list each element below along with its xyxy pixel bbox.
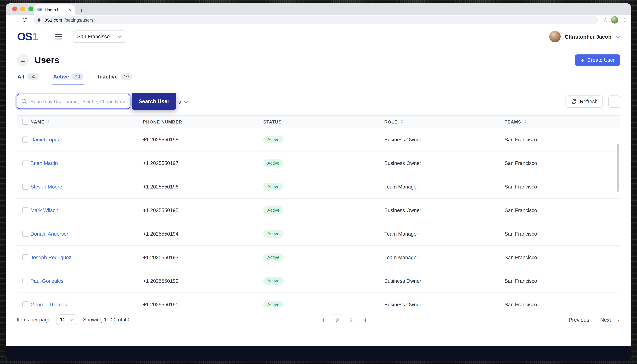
reload-icon[interactable] bbox=[21, 17, 28, 22]
refresh-button[interactable]: Refresh bbox=[566, 96, 603, 108]
table-toolbar: s Search User Refresh ⋯ bbox=[17, 94, 620, 110]
location-selector[interactable]: San Francisco bbox=[73, 30, 126, 43]
page-number-button[interactable]: 1 bbox=[318, 314, 329, 326]
status-tab[interactable]: Active 40 bbox=[52, 73, 84, 84]
user-name-link[interactable]: George Thomas bbox=[30, 302, 67, 307]
browser-menu-icon[interactable]: ⋮ bbox=[622, 17, 627, 23]
sort-icon[interactable] bbox=[400, 119, 404, 124]
user-name-link[interactable]: Brian Martin bbox=[30, 160, 58, 166]
column-header[interactable]: TEAMS bbox=[504, 119, 620, 124]
tab-label: All bbox=[18, 74, 24, 80]
back-button[interactable]: ← bbox=[17, 54, 29, 66]
table-row: Paul Gonzales +1 2025550192 Active Busin… bbox=[17, 270, 620, 293]
phone-cell: +1 2025550196 bbox=[143, 184, 263, 190]
minimize-window-button[interactable] bbox=[20, 6, 25, 12]
table-scrollbar[interactable] bbox=[617, 144, 619, 192]
user-name: Christopher Jacob bbox=[565, 34, 611, 40]
browser-tab[interactable]: OS1 Users List × bbox=[34, 4, 75, 15]
page-number-button[interactable]: 3 bbox=[346, 314, 356, 326]
menu-icon[interactable] bbox=[55, 34, 62, 39]
sort-icon[interactable] bbox=[524, 119, 528, 124]
user-name-link[interactable]: Donald Anderson bbox=[30, 231, 70, 236]
column-header[interactable]: STATUS bbox=[263, 119, 384, 124]
select-all-cell bbox=[17, 118, 30, 125]
column-header[interactable]: NAME bbox=[30, 119, 143, 124]
items-per-page-select[interactable]: 10 bbox=[56, 314, 77, 325]
row-checkbox[interactable] bbox=[22, 184, 28, 190]
user-name-link[interactable]: Steven Moore bbox=[30, 184, 62, 190]
bookmark-star-icon[interactable]: ☆ bbox=[603, 17, 608, 23]
status-cell: Active bbox=[263, 183, 384, 190]
role-cell: Business Owner bbox=[384, 160, 504, 166]
status-badge: Active bbox=[263, 183, 284, 190]
user-menu[interactable]: Christopher Jacob bbox=[549, 31, 620, 42]
status-tab[interactable]: Inactive 10 bbox=[97, 73, 133, 84]
plus-icon: + bbox=[581, 57, 584, 63]
phone-cell: +1 2025550195 bbox=[143, 207, 263, 213]
row-checkbox[interactable] bbox=[22, 278, 28, 284]
tab-close-icon[interactable]: × bbox=[68, 7, 72, 12]
user-name-link[interactable]: Paul Gonzales bbox=[30, 278, 64, 284]
page-number-button[interactable]: 4 bbox=[360, 314, 370, 326]
table-row: Donald Anderson +1 2025550194 Active Tea… bbox=[17, 222, 620, 246]
page-title: Users bbox=[34, 55, 60, 66]
sort-icon[interactable] bbox=[47, 119, 50, 124]
app-content: OS1 San Francisco Christopher Jacob bbox=[6, 25, 631, 361]
new-tab-button[interactable]: + bbox=[80, 7, 83, 13]
role-cell: Team Manager bbox=[384, 254, 504, 260]
row-checkbox-cell bbox=[17, 136, 30, 143]
status-badge: Active bbox=[263, 159, 284, 167]
row-checkbox[interactable] bbox=[22, 207, 28, 213]
role-cell: Business Owner bbox=[384, 302, 504, 307]
search-input[interactable] bbox=[17, 94, 130, 109]
users-page: ← Users + Create User All 50 bbox=[6, 48, 631, 346]
row-checkbox-cell bbox=[17, 254, 30, 260]
pagination-nav: ← Previous Next → bbox=[559, 317, 620, 323]
row-checkbox[interactable] bbox=[22, 231, 28, 237]
status-tab[interactable]: All 50 bbox=[17, 73, 40, 84]
previous-page-button[interactable]: ← Previous bbox=[559, 317, 589, 323]
status-cell: Active bbox=[263, 277, 384, 285]
phone-cell: +1 2025550194 bbox=[143, 231, 263, 236]
team-cell: San Francisco bbox=[504, 207, 620, 213]
create-user-button[interactable]: + Create User bbox=[575, 54, 620, 66]
user-name-link[interactable]: Joseph Rodriguez bbox=[30, 254, 72, 260]
role-cell: Team Manager bbox=[384, 231, 504, 236]
search-icon bbox=[21, 98, 27, 106]
zoom-window-button[interactable] bbox=[28, 6, 33, 12]
back-icon[interactable]: ← bbox=[10, 17, 18, 22]
address-bar[interactable]: OS1.com/settings/users bbox=[33, 16, 598, 24]
name-cell: Steven Moore bbox=[30, 184, 143, 190]
browser-tab-strip: OS1 Users List × + bbox=[6, 3, 631, 14]
search-user-tooltip[interactable]: Search User bbox=[132, 92, 176, 110]
next-page-button[interactable]: Next → bbox=[600, 317, 620, 323]
lock-icon bbox=[37, 16, 41, 24]
row-checkbox[interactable] bbox=[22, 254, 28, 260]
select-all-checkbox[interactable] bbox=[22, 118, 28, 125]
role-cell: Business Owner bbox=[384, 137, 504, 142]
role-cell: Business Owner bbox=[384, 278, 504, 284]
arrow-left-icon: ← bbox=[559, 317, 565, 322]
phone-cell: +1 2025550192 bbox=[143, 278, 263, 284]
user-name-link[interactable]: Mark Wilson bbox=[30, 207, 58, 213]
table-row: Daniel Lopez +1 2025550198 Active Busine… bbox=[17, 128, 620, 152]
page-number-button[interactable]: 2 bbox=[332, 314, 343, 326]
team-cell: San Francisco bbox=[504, 184, 620, 190]
row-checkbox[interactable] bbox=[22, 302, 28, 307]
row-checkbox[interactable] bbox=[22, 160, 28, 166]
column-header[interactable]: PHONE NUMBER bbox=[143, 119, 263, 124]
desktop-background: OS1 Users List × + ← OS1.com/settings/us… bbox=[0, 0, 637, 364]
user-name-link[interactable]: Daniel Lopez bbox=[30, 137, 60, 142]
role-cell: Business Owner bbox=[384, 207, 504, 213]
table-row: Joseph Rodriguez +1 2025550193 Active Te… bbox=[17, 246, 620, 270]
row-checkbox-cell bbox=[17, 231, 30, 237]
items-per-page-group: Items per page 10 Showing 11-20 of 40 bbox=[17, 314, 129, 325]
browser-profile-avatar[interactable] bbox=[611, 16, 618, 24]
more-actions-button[interactable]: ⋯ bbox=[608, 96, 620, 108]
row-checkbox[interactable] bbox=[22, 136, 28, 143]
column-header[interactable]: ROLE bbox=[384, 119, 504, 124]
close-window-button[interactable] bbox=[12, 6, 17, 12]
search-box bbox=[17, 94, 130, 109]
status-tabs: All 50 Active 40 Inactive 10 bbox=[17, 73, 620, 84]
name-cell: Brian Martin bbox=[30, 160, 143, 166]
